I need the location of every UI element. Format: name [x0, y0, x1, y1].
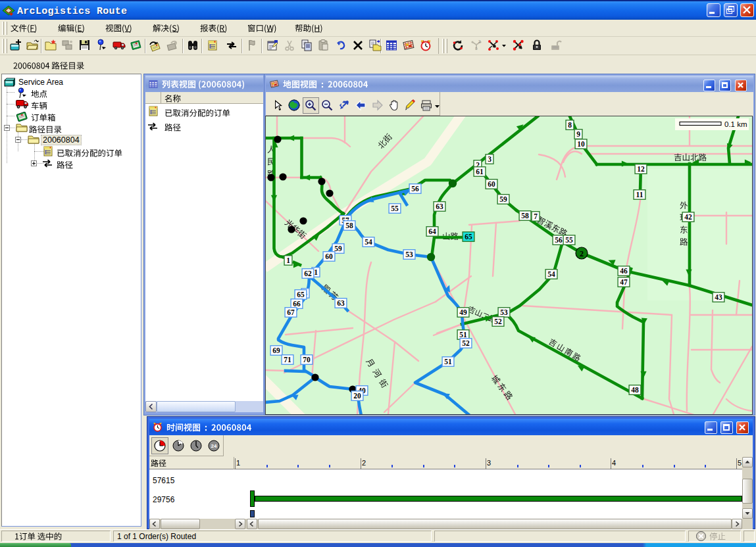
- svg-text:11: 11: [636, 191, 643, 199]
- svg-text:52: 52: [462, 339, 470, 347]
- svg-text:58: 58: [521, 212, 529, 220]
- svg-text:65: 65: [297, 291, 305, 298]
- svg-text:60: 60: [325, 252, 333, 260]
- svg-text:49: 49: [459, 308, 467, 316]
- svg-text:51: 51: [444, 358, 452, 366]
- svg-text:43: 43: [715, 293, 722, 301]
- svg-text:65: 65: [465, 233, 472, 241]
- svg-text:53: 53: [405, 250, 413, 258]
- svg-text:3: 3: [488, 155, 491, 163]
- svg-text:56: 56: [411, 185, 419, 193]
- svg-text:54: 54: [365, 238, 372, 246]
- svg-text:51: 51: [459, 331, 467, 339]
- svg-text:59: 59: [334, 245, 342, 252]
- svg-text:9: 9: [576, 130, 580, 138]
- svg-text:70: 70: [303, 356, 311, 364]
- svg-text:60: 60: [488, 180, 495, 188]
- svg-text:12: 12: [637, 165, 645, 173]
- svg-text:63: 63: [436, 202, 443, 210]
- svg-text:55: 55: [391, 204, 399, 212]
- svg-text:8: 8: [568, 121, 572, 129]
- svg-text:55: 55: [565, 236, 573, 244]
- svg-text:2: 2: [580, 249, 584, 258]
- svg-text:66: 66: [293, 300, 301, 308]
- svg-text:10: 10: [577, 140, 585, 148]
- svg-text:47: 47: [620, 278, 628, 286]
- svg-text:69: 69: [272, 346, 280, 354]
- svg-text:53: 53: [500, 308, 508, 316]
- svg-text:0.1 km: 0.1 km: [724, 120, 747, 128]
- svg-text:20: 20: [353, 392, 361, 400]
- svg-text:61: 61: [476, 168, 484, 176]
- svg-text:64: 64: [428, 227, 436, 235]
- svg-text:71: 71: [284, 356, 291, 364]
- svg-text:52: 52: [494, 318, 502, 325]
- svg-text:67: 67: [287, 308, 295, 316]
- svg-text:63: 63: [337, 299, 345, 307]
- svg-text:56: 56: [555, 236, 563, 244]
- svg-text:58: 58: [345, 222, 353, 229]
- svg-text:24: 24: [211, 443, 217, 449]
- svg-text:59: 59: [499, 195, 507, 203]
- svg-text:54: 54: [547, 270, 555, 278]
- svg-text:48: 48: [631, 386, 639, 394]
- svg-text:1: 1: [314, 268, 318, 276]
- svg-text:46: 46: [620, 267, 628, 275]
- svg-text:62: 62: [304, 270, 312, 277]
- svg-text:7: 7: [534, 212, 538, 220]
- svg-text:42: 42: [684, 213, 692, 221]
- svg-text:1: 1: [286, 256, 290, 264]
